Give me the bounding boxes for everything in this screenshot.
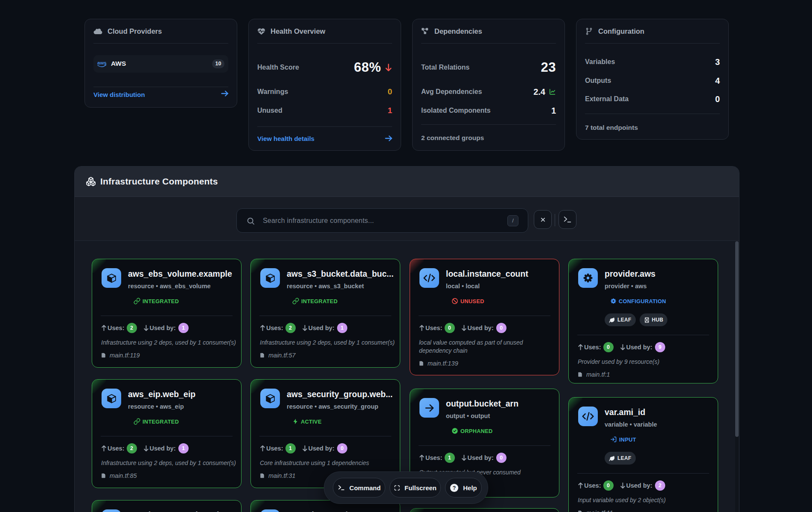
svg-text:aws: aws [97,60,107,65]
svg-text:?: ? [453,485,456,491]
